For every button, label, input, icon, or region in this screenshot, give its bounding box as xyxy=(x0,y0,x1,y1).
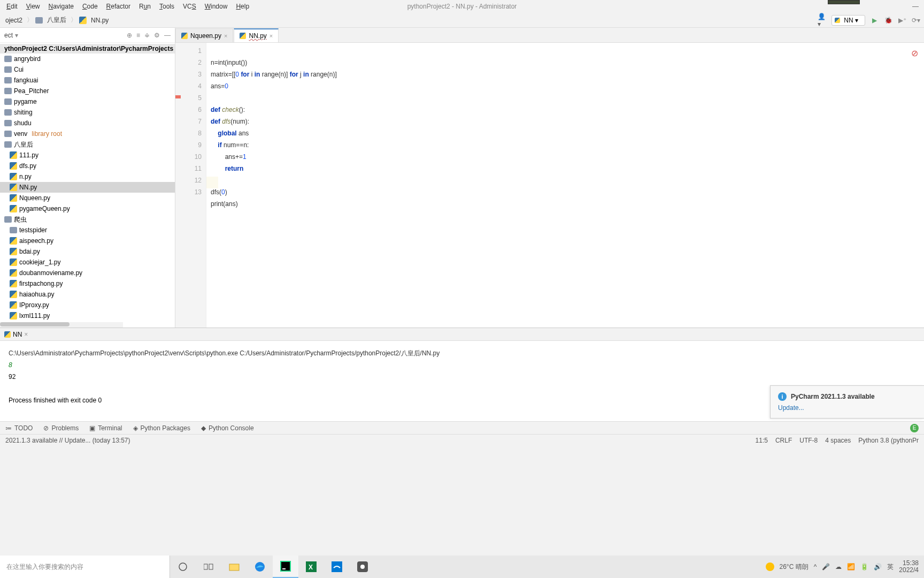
tree-file[interactable]: cookiejar_1.py xyxy=(0,257,175,268)
project-tree[interactable]: ythonProject2 C:\Users\Administrator\Pyc… xyxy=(0,43,175,328)
tree-item-label: Pea_Pitcher xyxy=(14,87,49,95)
expand-icon[interactable]: ≡ xyxy=(136,32,140,39)
tree-folder[interactable]: angrybird xyxy=(0,54,175,64)
volume-icon[interactable]: 🔊 xyxy=(874,563,882,571)
python-interpreter[interactable]: Python 3.8 (pythonPr xyxy=(858,437,919,444)
weather-text[interactable]: 26°C 晴朗 xyxy=(780,562,808,572)
terminal-button[interactable]: ▣ Terminal xyxy=(89,424,122,432)
file-explorer-icon[interactable] xyxy=(221,556,247,578)
performance-chart-icon[interactable] xyxy=(828,0,860,4)
menu-code[interactable]: Code xyxy=(78,2,102,11)
python-packages-button[interactable]: ◈ Python Packages xyxy=(133,424,190,432)
tree-folder[interactable]: Pea_Pitcher xyxy=(0,86,175,96)
tree-file[interactable]: NN.py xyxy=(0,182,175,193)
menu-refactor[interactable]: Refactor xyxy=(102,2,135,11)
tree-file[interactable]: lxml111.py xyxy=(0,310,175,321)
settings-icon[interactable]: ⚙ xyxy=(154,32,160,39)
task-view-icon[interactable] xyxy=(196,556,221,578)
cortana-icon[interactable] xyxy=(170,556,196,578)
minimize-button[interactable]: — xyxy=(912,3,919,10)
tab-nn[interactable]: NN.py × xyxy=(234,28,279,42)
close-icon[interactable]: × xyxy=(224,33,227,39)
close-icon[interactable]: × xyxy=(270,33,273,39)
tree-file[interactable]: IPproxy.py xyxy=(0,300,175,310)
tree-file[interactable]: haiaohua.py xyxy=(0,289,175,300)
debug-button[interactable]: 🐞 xyxy=(883,16,893,25)
chevron-down-icon[interactable]: ▾ xyxy=(15,32,18,39)
tree-file[interactable]: pygameQueen.py xyxy=(0,203,175,214)
battery-icon[interactable]: 🔋 xyxy=(860,563,868,571)
status-message[interactable]: 2021.1.3 available // Update... (today 1… xyxy=(5,437,130,444)
ime-indicator[interactable]: 英 xyxy=(887,562,894,572)
collapse-icon[interactable]: ≑ xyxy=(144,32,150,39)
tree-file[interactable]: n.py xyxy=(0,171,175,182)
code-editor[interactable]: 12345678910111213 n=int(input()) matrix=… xyxy=(175,43,924,328)
tree-file[interactable]: firstpachong.py xyxy=(0,278,175,289)
event-log-badge[interactable]: E xyxy=(910,424,919,432)
update-notification[interactable]: i PyCharm 2021.1.3 available Update... xyxy=(770,385,924,419)
cursor-position[interactable]: 11:5 xyxy=(756,437,768,444)
locate-icon[interactable]: ⊕ xyxy=(127,32,132,39)
pycharm-icon[interactable] xyxy=(273,556,298,578)
menu-vcs[interactable]: VCS xyxy=(179,2,201,11)
excel-icon[interactable]: X xyxy=(298,556,324,578)
tree-file[interactable]: aispeech.py xyxy=(0,235,175,246)
tree-file[interactable]: 111.py xyxy=(0,150,175,161)
menu-run[interactable]: Run xyxy=(135,2,155,11)
breadcrumb-folder[interactable]: 八皇后 xyxy=(45,14,68,26)
run-tab-label[interactable]: NN xyxy=(13,331,22,338)
weather-icon[interactable] xyxy=(766,562,774,571)
network-icon[interactable]: 📶 xyxy=(847,563,855,571)
tree-file[interactable]: Nqueen.py xyxy=(0,193,175,203)
tree-file[interactable]: doubanmoviename.py xyxy=(0,268,175,278)
breadcrumb-file[interactable]: NN.py xyxy=(89,16,111,25)
tab-nqueen[interactable]: Nqueen.py × xyxy=(175,28,233,42)
tree-folder[interactable]: 八皇后 xyxy=(0,139,175,150)
tree-file[interactable]: bdai.py xyxy=(0,246,175,257)
menu-view[interactable]: View xyxy=(22,2,44,11)
app2-icon[interactable] xyxy=(350,556,375,578)
clock-date[interactable]: 2022/4 xyxy=(899,567,919,574)
more-run-icon[interactable]: ⟳▾ xyxy=(911,16,921,25)
menu-tools[interactable]: Tools xyxy=(155,2,179,11)
breadcrumb-root[interactable]: oject2 xyxy=(3,16,25,25)
code-content[interactable]: n=int(input()) matrix=[[0 for i in range… xyxy=(206,43,924,328)
indent-setting[interactable]: 4 spaces xyxy=(825,437,851,444)
tray-chevron-icon[interactable]: ^ xyxy=(814,563,817,571)
file-encoding[interactable]: UTF-8 xyxy=(799,437,818,444)
onedrive-icon[interactable]: ☁ xyxy=(835,563,842,571)
run-button[interactable]: ▶ xyxy=(869,16,879,25)
app-icon[interactable] xyxy=(324,556,350,578)
close-icon[interactable]: × xyxy=(24,331,28,338)
tree-item-label: angrybird xyxy=(14,55,41,63)
horizontal-scrollbar[interactable] xyxy=(0,322,123,328)
hide-icon[interactable]: — xyxy=(164,32,171,39)
tree-folder[interactable]: shudu xyxy=(0,118,175,128)
run-config-selector[interactable]: NN ▾ xyxy=(831,15,865,26)
menu-window[interactable]: Window xyxy=(201,2,232,11)
menu-navigate[interactable]: Navigate xyxy=(44,2,78,11)
menu-help[interactable]: Help xyxy=(232,2,253,11)
tree-folder[interactable]: fangkuai xyxy=(0,75,175,86)
user-icon[interactable]: 👤▾ xyxy=(818,16,827,25)
tree-folder[interactable]: shiting xyxy=(0,107,175,118)
line-ending[interactable]: CRLF xyxy=(775,437,792,444)
menu-edit[interactable]: Edit xyxy=(2,2,22,11)
error-indicator-icon[interactable]: ⊘ xyxy=(911,48,919,56)
tree-folder[interactable]: pygame xyxy=(0,96,175,107)
coverage-button[interactable]: ▶⁺ xyxy=(897,16,907,25)
project-root-row[interactable]: ythonProject2 C:\Users\Administrator\Pyc… xyxy=(0,44,175,54)
windows-search-input[interactable]: 在这里输入你要搜索的内容 xyxy=(0,556,170,578)
tree-file[interactable]: dfs.py xyxy=(0,161,175,171)
update-link[interactable]: Update... xyxy=(778,404,917,412)
tree-folder[interactable]: venvlibrary root xyxy=(0,128,175,139)
tree-folder[interactable]: 爬虫 xyxy=(0,214,175,225)
todo-button[interactable]: ≔ TODO xyxy=(5,424,33,432)
microphone-icon[interactable]: 🎤 xyxy=(822,563,830,571)
tree-folder[interactable]: testspider xyxy=(0,225,175,235)
edge-icon[interactable] xyxy=(247,556,273,578)
project-tool-title[interactable]: ect xyxy=(4,32,13,39)
tree-folder[interactable]: Cui xyxy=(0,64,175,75)
python-console-button[interactable]: ◆ Python Console xyxy=(201,424,254,432)
problems-button[interactable]: ⊘ Problems xyxy=(43,424,79,432)
